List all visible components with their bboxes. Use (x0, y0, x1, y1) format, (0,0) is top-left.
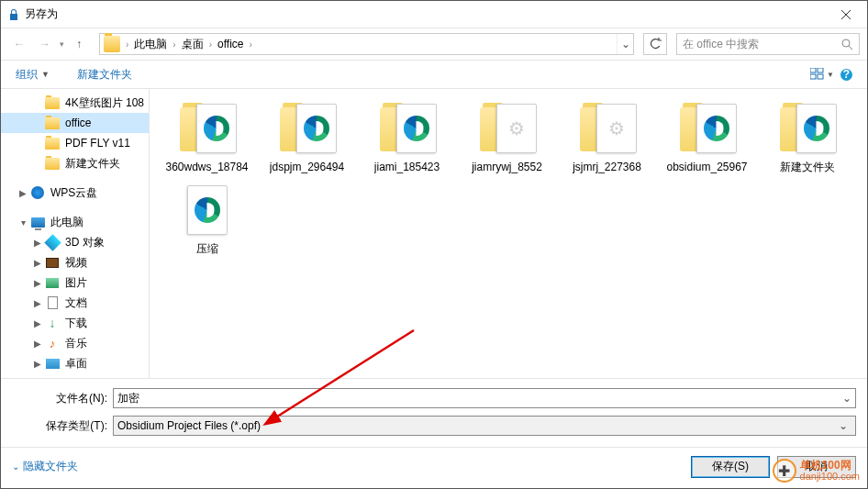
back-button[interactable]: ← (8, 33, 30, 55)
file-item[interactable]: 压缩 (157, 182, 257, 260)
svg-rect-1 (810, 68, 816, 72)
sidebar-item-label: WPS云盘 (50, 185, 97, 201)
file-item[interactable]: obsidium_25967 (657, 100, 757, 178)
expander-icon[interactable]: ▶ (32, 359, 43, 369)
crumb-pc[interactable]: 此电脑 (130, 37, 171, 52)
sidebar-item[interactable]: ▶office (1, 113, 149, 133)
file-name: jsjmrj_227368 (573, 161, 641, 174)
nav-row: ← → ▾ ↑ › 此电脑 › 桌面 › office › ⌄ 在 office… (1, 28, 867, 60)
sidebar-item[interactable]: ▶4K壁纸图片 108 (1, 93, 149, 113)
titlebar: 另存为 (1, 1, 867, 28)
chevron-right-icon: › (172, 39, 175, 50)
crumb-desktop[interactable]: 桌面 (178, 37, 207, 52)
sidebar-item[interactable]: ▶卓面 (1, 353, 149, 373)
file-name: 压缩 (196, 242, 218, 256)
file-item[interactable]: jiami_185423 (357, 100, 457, 178)
file-name: jiami_185423 (374, 161, 440, 174)
expander-icon[interactable]: ▶ (32, 258, 43, 268)
svg-rect-4 (818, 74, 823, 79)
sidebar-item-label: 3D 对象 (65, 235, 105, 250)
crumb-office[interactable]: office (214, 38, 247, 50)
expander-icon[interactable]: ▶ (32, 318, 43, 328)
toolbar: 组织▼ 新建文件夹 ▼ ? (1, 60, 867, 89)
window-title: 另存为 (25, 6, 825, 22)
file-item[interactable]: ⚙jiamrywj_8552 (457, 100, 557, 178)
file-thumb: ⚙ (474, 104, 540, 157)
file-item[interactable]: jdspjm_296494 (257, 100, 357, 178)
file-name: 新建文件夹 (780, 161, 835, 174)
history-dropdown[interactable]: ▾ (60, 39, 64, 49)
sidebar-item[interactable]: ▾此电脑 (1, 212, 149, 232)
file-thumb (674, 104, 740, 157)
expander-icon[interactable]: ▶ (32, 278, 43, 288)
file-thumb (174, 104, 240, 157)
sidebar-item-label: 视频 (65, 255, 87, 271)
sidebar-item-label: 音乐 (65, 336, 87, 351)
sidebar-item[interactable]: ▶♪音乐 (1, 333, 149, 353)
savetype-label: 保存类型(T): (12, 418, 113, 434)
file-item[interactable]: 360wdws_18784 (157, 100, 257, 178)
forward-button[interactable]: → (34, 33, 56, 55)
hide-folders-toggle[interactable]: ⌄ 隐藏文件夹 (12, 459, 78, 474)
help-button[interactable]: ? (834, 63, 858, 85)
filename-input-wrap: ⌄ (113, 388, 856, 408)
file-grid: 360wdws_18784jdspjm_296494jiami_185423⚙j… (150, 89, 867, 378)
savetype-combo[interactable]: Obsidium Project Files (*.opf) ⌄ (113, 416, 856, 436)
svg-point-0 (842, 39, 850, 47)
sidebar-item-label: 此电脑 (50, 215, 83, 230)
file-item[interactable]: ⚙jsjmrj_227368 (557, 100, 657, 178)
sidebar-item-label: 4K壁纸图片 108 (65, 95, 144, 111)
expander-icon[interactable]: ▶ (17, 188, 28, 198)
lock-icon (8, 8, 19, 21)
chevron-down-icon: ⌄ (835, 419, 851, 432)
filename-dropdown[interactable]: ⌄ (839, 392, 855, 405)
file-name: jdspjm_296494 (270, 161, 344, 174)
expander-icon[interactable]: ▶ (32, 298, 43, 308)
sidebar-item-label: 卓面 (65, 356, 87, 372)
sidebar-item[interactable]: ▶文档 (1, 293, 149, 313)
sidebar-item[interactable]: ▶WPS云盘 (1, 183, 149, 203)
expander-icon[interactable]: ▾ (17, 217, 28, 228)
svg-rect-3 (810, 74, 816, 79)
search-placeholder: 在 office 中搜索 (683, 37, 841, 52)
file-item[interactable]: 新建文件夹 (757, 100, 857, 178)
savetype-value: Obsidium Project Files (*.opf) (117, 419, 835, 432)
file-name: 360wdws_18784 (165, 161, 248, 174)
sidebar-item-label: PDF FLY v11 (65, 137, 130, 150)
file-thumb (374, 104, 440, 157)
sidebar-item[interactable]: ▶新建文件夹 (1, 153, 149, 173)
expander-icon[interactable]: ▶ (32, 238, 43, 248)
expander-icon[interactable]: ▶ (32, 339, 43, 349)
save-form: 文件名(N): ⌄ 保存类型(T): Obsidium Project File… (1, 378, 867, 447)
refresh-button[interactable] (643, 33, 667, 55)
save-button[interactable]: 保存(S) (691, 456, 770, 478)
chevron-right-icon: › (250, 39, 252, 50)
file-name: jiamrywj_8552 (472, 161, 542, 174)
svg-text:?: ? (842, 68, 849, 81)
breadcrumb[interactable]: › 此电脑 › 桌面 › office › ⌄ (99, 33, 634, 55)
sidebar-item[interactable]: ▶视频 (1, 252, 149, 272)
organize-menu[interactable]: 组织▼ (10, 67, 55, 83)
sidebar-item[interactable]: ▶3D 对象 (1, 232, 149, 252)
filename-label: 文件名(N): (12, 391, 113, 406)
breadcrumb-dropdown[interactable]: ⌄ (617, 34, 633, 54)
filename-input[interactable] (114, 389, 839, 407)
sidebar-item[interactable]: ▶PDF FLY v11 (1, 133, 149, 153)
close-button[interactable] (825, 1, 867, 28)
up-button[interactable]: ↑ (68, 33, 90, 55)
new-folder-button[interactable]: 新建文件夹 (72, 67, 138, 83)
sidebar: ▶4K壁纸图片 108▶office▶PDF FLY v11▶新建文件夹▶WPS… (1, 89, 150, 378)
view-mode-button[interactable]: ▼ (810, 63, 834, 85)
svg-rect-2 (818, 68, 823, 72)
sidebar-item[interactable]: ▶↓下载 (1, 313, 149, 333)
chevron-right-icon: › (209, 39, 212, 50)
file-thumb (774, 104, 840, 157)
search-input[interactable]: 在 office 中搜索 (676, 33, 860, 55)
cancel-button[interactable]: 取消 (777, 456, 856, 478)
main-area: ▶4K壁纸图片 108▶office▶PDF FLY v11▶新建文件夹▶WPS… (1, 89, 867, 378)
sidebar-item-label: 新建文件夹 (65, 156, 120, 172)
file-thumb (174, 185, 240, 239)
sidebar-item-label: 文档 (65, 295, 87, 311)
sidebar-item[interactable]: ▶图片 (1, 272, 149, 293)
sidebar-item-label: 下载 (65, 316, 87, 331)
